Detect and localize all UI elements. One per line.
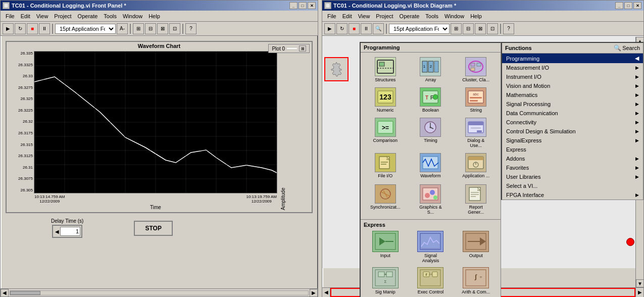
bd-maximize-button[interactable]: □ [624,2,632,9]
icon-report[interactable]: Report Gener... [454,183,498,216]
icon-synchronize[interactable]: Synchronizat... [364,183,407,216]
minimize-button[interactable]: _ [289,2,298,9]
palette-data-communication[interactable]: Data Communication [502,109,643,118]
express-input[interactable]: Input [364,230,407,264]
bd-close-button[interactable]: ✕ [633,2,641,9]
search-label[interactable]: Search [622,45,640,51]
palette-signal-processing[interactable]: Signal Processing [502,100,643,109]
delay-input[interactable] [60,227,80,236]
align-button[interactable]: ⊞ [133,23,144,34]
delay-decrement[interactable]: ◀ [54,229,60,234]
abort-button[interactable]: ■ [27,23,38,34]
express-signal-analysis[interactable]: Signal Analysis [409,230,453,264]
icon-structures[interactable]: Structures [364,56,407,84]
reorder-button[interactable]: ⊡ [169,23,180,34]
express-sig-manip[interactable]: Σ Sig Manip [364,266,407,295]
bd-dist-button[interactable]: ⊟ [463,23,474,34]
scroll-right-btn[interactable]: ▶ [310,289,318,297]
icon-array[interactable]: 1 2 Array [409,56,453,84]
bd-toolbar-sep-1 [386,24,387,34]
bd-menu-project[interactable]: Project [373,12,396,20]
menu-operate[interactable]: Operate [75,12,101,20]
bd-minimize-button[interactable]: _ [615,2,623,9]
stop-button[interactable]: STOP [134,221,172,236]
resize-button[interactable]: ⊠ [157,23,168,34]
icon-file-io[interactable]: File I/O [364,152,407,180]
scroll-down-btn[interactable]: ▼ [636,279,644,287]
maximize-button[interactable]: □ [299,2,307,9]
palette-item-programming[interactable]: Programming ◀ [502,54,643,63]
scrollbar-track[interactable] [10,290,309,295]
distribute-button[interactable]: ⊟ [145,23,156,34]
run-continuous-button[interactable]: ↻ [15,23,26,34]
bd-help-button[interactable]: ? [503,23,514,34]
icon-waveform[interactable]: Waveform [409,152,453,180]
icon-comparison[interactable]: >= Comparison [364,116,407,150]
palette-control-design[interactable]: Control Design & Simulation [502,127,643,136]
dialog-icon [467,120,485,135]
bd-font-selector[interactable]: 15pt Application Font [389,24,450,34]
bd-debug-button[interactable]: 🔍 [373,23,384,34]
scroll-left-btn[interactable]: ◀ [1,289,9,297]
menu-edit[interactable]: Edit [18,12,33,20]
bd-scroll-left[interactable]: ◀ [322,288,330,297]
scrollbar-thumb[interactable] [10,291,40,295]
bd-menu-edit[interactable]: Edit [339,12,355,20]
palette-select-vi[interactable]: Select a VI... [502,181,643,190]
gear-icon-red-outlined[interactable] [324,57,349,81]
icon-application[interactable]: Application ... [454,152,498,180]
bd-resize-button[interactable]: ⊠ [475,23,486,34]
menu-tools[interactable]: Tools [101,12,120,20]
icon-dialog[interactable]: Dialog & Use... [454,116,498,150]
string-label: String [470,108,482,113]
icon-string[interactable]: abc String [454,86,498,114]
bd-align-button[interactable]: ⊞ [451,23,462,34]
palette-measurement-io[interactable]: Measurement I/O [502,63,643,72]
bd-run-cont-button[interactable]: ↻ [336,23,348,34]
menu-help[interactable]: Help [145,12,163,20]
menu-project[interactable]: Project [51,12,74,20]
express-exec-control[interactable]: if Exec Control [409,266,453,295]
palette-instrument-io[interactable]: Instrument I/O [502,72,643,81]
menu-view[interactable]: View [33,12,52,20]
close-button[interactable]: ✕ [308,2,316,9]
bd-reorder-button[interactable]: ⊡ [487,23,498,34]
bd-menu-help[interactable]: Help [467,12,485,20]
icon-cluster[interactable]: Cluster, Cla... [454,56,498,84]
express-output[interactable]: Output [454,230,498,264]
palette-user-libraries[interactable]: User Libraries [502,172,643,181]
palette-fpga[interactable]: FPGA Interface [502,190,643,200]
font-selector[interactable]: 15pt Application Font [55,24,116,34]
palette-express[interactable]: Express [502,145,643,154]
h-scrollbar[interactable]: ◀ ▶ [1,288,318,296]
help-button[interactable]: ? [185,23,196,34]
palette-signal-express[interactable]: SignalExpress [502,136,643,145]
text-size-dec[interactable]: A- [117,23,128,34]
menu-window[interactable]: Window [120,12,145,20]
run-button[interactable]: ▶ [3,23,14,34]
icon-graphics[interactable]: Graphics & S... [409,183,453,216]
palette-search[interactable]: 🔍 Search [614,44,640,52]
bd-run-button[interactable]: ▶ [324,23,335,34]
bd-menu-view[interactable]: View [355,12,373,20]
chart-expand-btn[interactable]: ⊠ [299,45,306,52]
bd-menu-tools[interactable]: Tools [422,12,441,20]
bd-menu-window[interactable]: Window [441,12,467,20]
express-arith-com[interactable]: ∫ ÷ Arith & Com... [454,266,498,295]
bd-abort-button[interactable]: ■ [349,23,360,34]
icon-timing[interactable]: Timing [409,116,453,150]
icon-boolean[interactable]: T F Boolean [409,86,453,114]
palette-mathematics[interactable]: Mathematics [502,90,643,100]
bd-menu-operate[interactable]: Operate [397,12,423,20]
palette-addons[interactable]: Addons [502,154,643,163]
bd-menu-file[interactable]: File [324,12,339,20]
bd-pause-button[interactable]: ⏸ [361,23,372,34]
bd-scroll-right[interactable]: ▶ [635,288,643,297]
palette-vision-motion[interactable]: Vision and Motion [502,81,643,90]
legend-label: Plot 0 [272,46,285,52]
pause-button[interactable]: ⏸ [39,23,50,34]
palette-connectivity[interactable]: Connectivity [502,118,643,127]
icon-numeric[interactable]: 123 Numeric [364,86,407,114]
menu-file[interactable]: File [3,12,18,20]
palette-favorites[interactable]: Favorites [502,163,643,172]
